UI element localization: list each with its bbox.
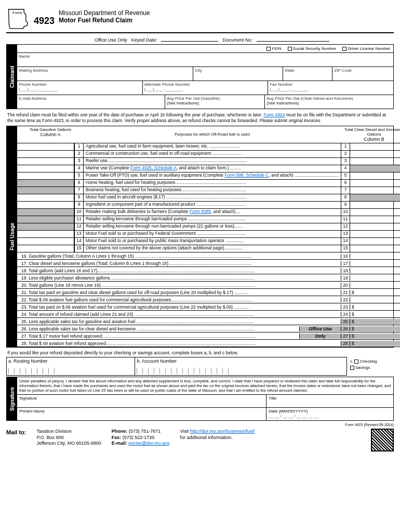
zip-field[interactable]: ZIP Code [332, 67, 393, 81]
col-a-value[interactable] [17, 165, 74, 172]
savings-checkbox[interactable] [350, 366, 354, 370]
col-b-value[interactable] [350, 143, 400, 150]
col-a-value [17, 180, 74, 187]
col-a-value[interactable] [17, 151, 74, 157]
col-b-value[interactable] [350, 158, 400, 165]
col-b-value[interactable] [350, 245, 400, 252]
col-b-value[interactable] [350, 231, 400, 237]
col-a-value[interactable] [17, 158, 74, 165]
avg-gas-field[interactable]: Avg Price Per Gal (Gasoline)(See instruc… [165, 95, 265, 109]
col-b-value [350, 165, 400, 172]
email-link[interactable]: excise@dor.mo.gov [128, 441, 169, 446]
routing-number-field[interactable]: a. Routing Number [6, 357, 135, 376]
dln-label: Driver License Number [348, 46, 390, 51]
col-b-value[interactable] [350, 238, 400, 245]
mailing-address: Taxation Division P.O. Box 800 Jefferson… [37, 429, 101, 447]
fuel-usage-tab: Fuel Usage [7, 126, 17, 347]
title-field[interactable]: Title [266, 395, 393, 407]
printed-name-field[interactable]: Printed Name [17, 408, 266, 420]
col-a-value [17, 209, 74, 216]
col-b-value[interactable] [350, 180, 400, 187]
avg-diesel-field[interactable]: Avg Price Per Gal (Clear Diesel and Kero… [265, 95, 393, 109]
sum-value[interactable]: $ [350, 326, 400, 331]
purpose-row: 1 Agricultural use, fuel used in farm eq… [17, 143, 400, 151]
sum-value[interactable]: $ [350, 334, 400, 339]
email-field[interactable]: E-mail Address [17, 95, 165, 109]
row-num-b: 11 [341, 216, 350, 223]
purpose-row: 11 Retailer selling kerosene through bar… [17, 216, 400, 223]
missouri-outline-icon: Form [6, 6, 30, 31]
col-b-value[interactable] [350, 209, 400, 216]
purpose-text: Motor Fuel sold to or purchased by Feder… [84, 231, 341, 237]
purpose-row: 6 Home heating, fuel used for heating pu… [17, 180, 400, 187]
col-b-value[interactable] [350, 202, 400, 208]
date-field[interactable]: Date (MM/DD/YYYY)__ __ / __ __ / __ __ _… [266, 408, 393, 420]
purpose-text: Retailer making bulk deliveries to farme… [84, 209, 341, 216]
id-type-row: FEIN Social Security Number Driver Licen… [17, 45, 393, 53]
signature-field[interactable]: Signature [17, 395, 266, 407]
summary-row: 18. Total gallons (add Lines 16 and 17).… [17, 267, 400, 274]
sum-value[interactable]: $ [350, 319, 400, 324]
office-use-only-label: Office Use [299, 326, 341, 331]
row-num-a: 6 [74, 180, 84, 187]
row-num-a: 14 [74, 238, 84, 245]
city-field[interactable]: City [193, 67, 283, 81]
col-b-value[interactable] [350, 172, 400, 179]
col-b-value[interactable] [350, 151, 400, 157]
fax-field[interactable]: Fax Number(___)____-________ [268, 81, 393, 95]
form-word: Form [12, 10, 22, 15]
purpose-text: Other claims not covered by the above op… [84, 245, 341, 252]
contact-info: Phone: (573) 751-7671 Fax: (573) 522-172… [112, 429, 170, 447]
row-num-b: 14 [341, 238, 350, 245]
form-4924-link[interactable]: Form 4924 [263, 112, 285, 117]
account-number-field[interactable]: b. Account Number [135, 357, 347, 376]
row-num-b: 15 [341, 245, 350, 252]
keyed-date-field[interactable] [161, 36, 218, 42]
alt-phone-field[interactable]: Alternate Phone Number(___)____-________ [143, 81, 269, 95]
purpose-text: Business heating, fuel used for heating … [84, 187, 341, 194]
ssn-checkbox[interactable] [288, 47, 292, 51]
col-a-value[interactable] [17, 143, 74, 150]
summary-row: 16. Gasoline gallons (Total; Column A Li… [17, 252, 400, 260]
summary-row: 27. Total $.17 motor fuel refund approve… [17, 332, 400, 340]
purpose-text: Reefer use..............................… [84, 158, 341, 165]
sum-value[interactable]: $ [350, 304, 400, 310]
summary-row: 19. Less eligible purchaser allowance ga… [17, 274, 400, 282]
document-no-field[interactable] [257, 36, 329, 42]
sum-num: 28 [341, 341, 350, 346]
declaration-text: Under penalties of perjury, I declare th… [17, 377, 393, 395]
purpose-row: 7 Business heating, fuel used for heatin… [17, 187, 400, 194]
sum-value[interactable]: $ [350, 312, 400, 317]
sum-value[interactable]: $ [350, 290, 400, 295]
row-num-b: 12 [341, 223, 350, 230]
fuel-usage-section: Fuel Usage Total Gasoline GallonsColumn … [6, 126, 394, 348]
col-a-value[interactable] [17, 238, 74, 245]
office-use-only-label: Only [299, 334, 341, 339]
col-a-value[interactable] [17, 194, 74, 201]
sum-num: 25 [341, 319, 350, 324]
col-a-value[interactable] [17, 245, 74, 252]
col-a-value[interactable] [17, 231, 74, 237]
sum-num: 18 [341, 268, 350, 273]
col-a-value[interactable] [17, 172, 74, 179]
purpose-text: Home heating, fuel used for heating purp… [84, 180, 341, 187]
col-b-value[interactable] [350, 223, 400, 230]
phone-field[interactable]: Phone Number(___)____-________ [17, 81, 143, 95]
office-use-row: Office Use Only Keyed Date: Document No: [6, 34, 394, 44]
form-number-block: 4923 [34, 6, 55, 26]
purpose-text: Marine use (Complete Form 4925, Schedule… [84, 165, 341, 172]
state-field[interactable]: State [283, 67, 333, 81]
col-a-value[interactable] [17, 202, 74, 208]
mailing-address-field[interactable]: Mailing Address [17, 67, 193, 81]
fein-checkbox[interactable] [266, 47, 271, 51]
sum-value[interactable]: $ [350, 341, 400, 346]
revision-note: Form 4923 (Revised 09-2014) [6, 423, 394, 427]
mail-to-label: Mail to: [6, 429, 26, 435]
col-b-value[interactable] [350, 216, 400, 223]
website-link[interactable]: http://dor.mo.gov/business/fuel/ [190, 429, 255, 434]
name-field[interactable]: Name [17, 53, 393, 66]
sum-num: 22 [341, 297, 350, 302]
checking-checkbox[interactable] [354, 360, 358, 364]
dln-checkbox[interactable] [342, 47, 346, 51]
col-b-value[interactable] [350, 187, 400, 194]
